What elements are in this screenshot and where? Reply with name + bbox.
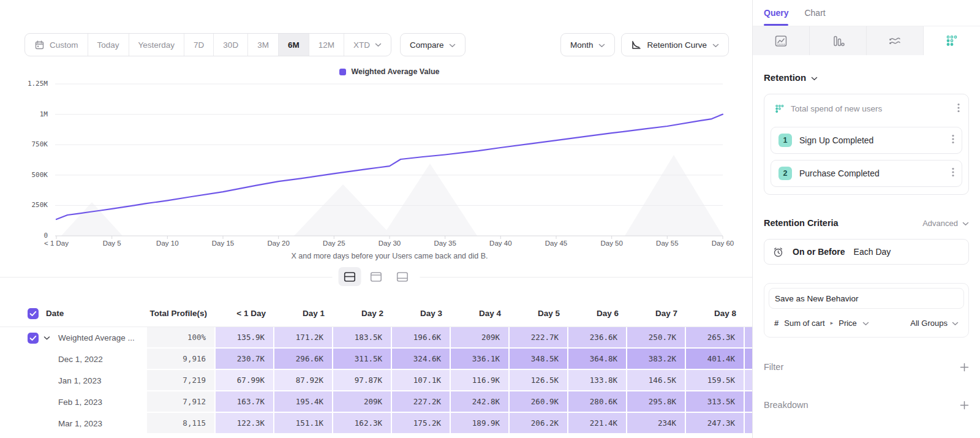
alarm-clock-icon xyxy=(772,246,784,258)
report-type-tab-retention[interactable] xyxy=(924,26,980,55)
retention-value-cell: 183.5K xyxy=(333,327,392,349)
column-header: Total Profile(s) xyxy=(147,300,216,327)
step-menu-button[interactable] xyxy=(952,167,954,179)
tab-chart[interactable]: Chart xyxy=(804,0,825,26)
condition-dropdown[interactable]: On or Before xyxy=(793,247,845,257)
row-checkbox[interactable] xyxy=(28,333,39,344)
retention-value-cell: 206.2K xyxy=(510,413,568,434)
table-header-row: DateTotal Profile(s)< 1 DayDay 1Day 2Day… xyxy=(0,300,752,327)
row-date-cell[interactable]: Jan 1, 2023 xyxy=(0,370,147,391)
retention-value-cell: 209K xyxy=(451,327,510,349)
retention-condition-card[interactable]: On or Before Each Day xyxy=(764,239,969,265)
x-axis-tick-label: Day 55 xyxy=(639,240,695,247)
legend-swatch xyxy=(339,69,346,75)
range-12m[interactable]: 12M xyxy=(309,34,344,56)
report-type-tab-flows[interactable] xyxy=(867,26,924,55)
compare-button[interactable]: Compare xyxy=(400,33,466,56)
chart-type-tabs xyxy=(753,26,980,55)
total-profiles-cell: 9,916 xyxy=(147,349,216,370)
layout-toggle-split-view[interactable] xyxy=(339,267,361,286)
retention-value-cell: 146.5K xyxy=(627,370,686,391)
retention-value-cell: 135.9K xyxy=(216,327,274,349)
retention-value-cell: 222.7K xyxy=(510,327,568,349)
granularity-button[interactable]: Month xyxy=(560,33,616,56)
total-profiles-cell: 7,912 xyxy=(147,391,216,413)
measurement-label[interactable]: Sum of cart xyxy=(784,319,824,328)
group-dropdown[interactable]: All Groups xyxy=(910,319,959,328)
retention-criteria-label: Retention Criteria xyxy=(764,218,839,228)
layout-toggle-chart-view[interactable] xyxy=(391,267,414,286)
retention-value-cell: 242.8K xyxy=(451,391,510,413)
layout-toggle-table-view[interactable] xyxy=(365,267,388,286)
retention-value-cell: 171.2K xyxy=(274,327,333,349)
retention-value-cell: 151.1K xyxy=(274,413,333,434)
range-3m[interactable]: 3M xyxy=(247,34,278,56)
table-row: Dec 1, 20229,916230.7K296.6K311.5K324.6K… xyxy=(0,349,752,370)
retention-value-cell-partial xyxy=(745,349,752,370)
behavior-step-2[interactable]: 2 Purchase Completed xyxy=(771,160,962,187)
chevron-down-icon xyxy=(449,40,456,50)
retention-value-cell: 260.9K xyxy=(510,391,568,413)
numeric-property-icon: # xyxy=(774,319,778,328)
range-yesterday[interactable]: Yesterday xyxy=(129,34,184,56)
retention-value-cell: 209K xyxy=(333,391,392,413)
retention-value-cell: 401.4K xyxy=(686,349,745,370)
advanced-dropdown[interactable]: Advanced xyxy=(922,219,969,228)
step-number-badge: 1 xyxy=(778,134,792,147)
behavior-step-1[interactable]: 1 Sign Up Completed xyxy=(771,127,962,154)
chart-legend[interactable]: Weighted Average Value xyxy=(56,67,723,76)
advanced-label: Advanced xyxy=(922,219,958,228)
range-30d[interactable]: 30D xyxy=(213,34,247,56)
behavior-menu-button[interactable] xyxy=(957,103,960,115)
chart-type-button[interactable]: Retention Curve xyxy=(621,33,729,56)
retention-value-cell: 87.92K xyxy=(274,370,333,391)
retention-value-cell: 97.87K xyxy=(333,370,392,391)
group-label: All Groups xyxy=(910,319,948,328)
retention-value-cell: 336.1K xyxy=(451,349,510,370)
chevron-down-icon xyxy=(952,319,959,328)
calendar-icon xyxy=(34,40,45,50)
total-profiles-cell: 7,219 xyxy=(147,370,216,391)
y-axis-tick-label: 500K xyxy=(0,171,48,179)
retention-value-cell-partial xyxy=(745,370,752,391)
step-menu-button[interactable] xyxy=(952,134,954,146)
chart-type-label: Retention Curve xyxy=(647,40,707,50)
behavior-title: Total spend of new users xyxy=(791,104,882,113)
retention-section-header[interactable]: Retention xyxy=(764,72,969,83)
chevron-down-icon xyxy=(862,319,869,328)
retention-value-cell: 221.4K xyxy=(568,413,627,434)
report-type-tab-funnels[interactable] xyxy=(810,26,867,55)
period-dropdown[interactable]: Each Day xyxy=(854,247,891,257)
range-custom[interactable]: Custom xyxy=(25,34,88,56)
retention-value-cell: 162.3K xyxy=(333,413,392,434)
retention-value-cell: 247.3K xyxy=(686,413,745,434)
row-date-cell[interactable]: Feb 1, 2023 xyxy=(0,391,147,413)
measurement-property[interactable]: Price xyxy=(839,319,857,328)
table-row: Feb 1, 20237,912163.7K195.4K209K227.2K24… xyxy=(0,391,752,413)
range-today[interactable]: Today xyxy=(88,34,129,56)
retention-value-cell-partial xyxy=(745,391,752,413)
retention-value-cell: 296.6K xyxy=(274,349,333,370)
retention-value-cell: 295.8K xyxy=(627,391,686,413)
select-all-checkbox[interactable] xyxy=(28,308,39,319)
x-axis-tick-label: Day 10 xyxy=(140,240,195,247)
chart-view-icon xyxy=(396,271,409,282)
add-breakdown-button[interactable] xyxy=(960,401,969,410)
save-as-new-behavior-button[interactable]: Save as New Behavior xyxy=(769,288,964,309)
add-filter-button[interactable] xyxy=(960,363,969,372)
x-axis-tick-label: Day 40 xyxy=(473,240,528,247)
retention-value-cell-partial xyxy=(745,413,752,434)
retention-value-cell: 236.6K xyxy=(568,327,627,349)
range-xtd[interactable]: XTD xyxy=(344,34,391,56)
row-date-cell[interactable]: Dec 1, 2022 xyxy=(0,349,147,370)
range-7d[interactable]: 7D xyxy=(184,34,213,56)
row-date-cell[interactable]: Mar 1, 2023 xyxy=(0,413,147,434)
row-date-cell[interactable]: Weighted Average ... xyxy=(0,327,147,349)
filter-section: Filter xyxy=(764,362,969,372)
behavior-card: Total spend of new users 1 Sign Up Compl… xyxy=(764,94,969,195)
range-6m[interactable]: 6M xyxy=(278,34,309,56)
report-type-tab-insights[interactable] xyxy=(753,26,810,55)
tab-query[interactable]: Query xyxy=(764,0,788,26)
retention-value-cell: 196.6K xyxy=(392,327,451,349)
row-expand-chevron-icon[interactable] xyxy=(43,336,50,340)
